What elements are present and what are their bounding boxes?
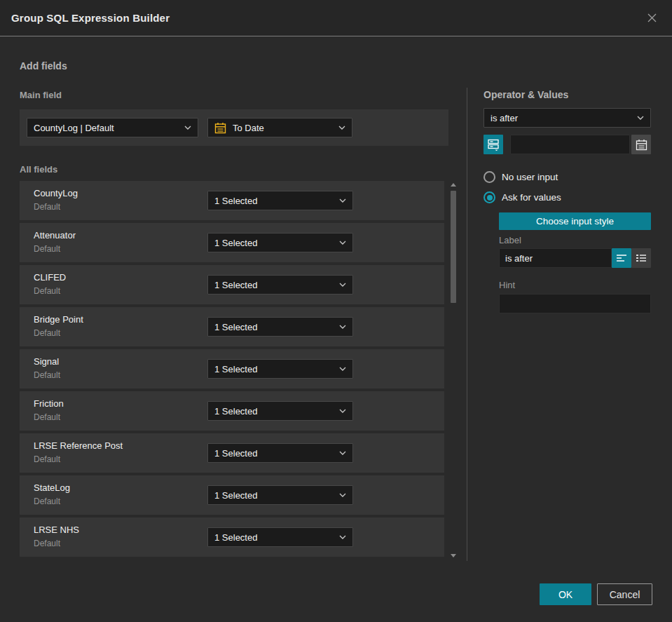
field-subtitle: Default xyxy=(34,243,76,255)
field-subtitle: Default xyxy=(34,538,79,550)
ok-button[interactable]: OK xyxy=(540,583,591,605)
chevron-down-icon xyxy=(339,325,346,329)
chevron-down-icon xyxy=(339,451,346,455)
dialog-footer: OK Cancel xyxy=(540,583,652,605)
chevron-down-icon xyxy=(339,241,346,245)
chevron-down-icon xyxy=(339,535,346,539)
cancel-button[interactable]: Cancel xyxy=(597,583,652,605)
field-subtitle: Default xyxy=(34,412,64,424)
value-row xyxy=(484,135,651,154)
all-fields-list: CountyLogDefault 1 Selected AttenuatorDe… xyxy=(20,181,457,560)
field-values-select[interactable]: 1 Selected xyxy=(207,359,353,379)
chevron-down-icon xyxy=(338,126,345,130)
field-subtitle: Default xyxy=(34,496,70,508)
select-value: 1 Selected xyxy=(214,364,257,374)
value-source-button[interactable] xyxy=(484,135,503,154)
field-subtitle: Default xyxy=(34,370,60,381)
single-line-style-button[interactable] xyxy=(612,248,631,268)
field-row: AttenuatorDefault 1 Selected xyxy=(20,223,444,262)
main-field-box: CountyLog | Default To Date xyxy=(20,109,448,146)
chevron-down-icon xyxy=(339,493,346,497)
align-left-icon xyxy=(616,253,627,263)
chevron-down-icon xyxy=(339,367,346,371)
select-value: To Date xyxy=(233,123,264,133)
field-name: LRSE Reference Post xyxy=(34,440,123,452)
field-row: Bridge PointDefault 1 Selected xyxy=(20,307,444,346)
list-scrollbar[interactable] xyxy=(450,181,457,560)
select-value: 1 Selected xyxy=(214,490,257,501)
chevron-down-icon xyxy=(637,116,644,120)
operator-values-heading: Operator & Values xyxy=(484,89,568,100)
field-values-select[interactable]: 1 Selected xyxy=(207,485,353,505)
chevron-down-icon xyxy=(184,126,191,130)
close-icon[interactable] xyxy=(643,9,661,27)
select-value: 1 Selected xyxy=(214,532,257,543)
scroll-up-icon[interactable] xyxy=(451,183,456,187)
calendar-icon xyxy=(636,139,647,151)
select-value: 1 Selected xyxy=(214,322,257,332)
field-name: LRSE NHS xyxy=(34,524,79,536)
chevron-down-icon xyxy=(339,409,346,413)
label-row xyxy=(499,248,652,268)
scroll-down-icon[interactable] xyxy=(451,554,456,557)
field-values-select[interactable]: 1 Selected xyxy=(207,233,353,252)
field-row: CLIFEDDefault 1 Selected xyxy=(20,265,444,304)
list-style-button[interactable] xyxy=(631,248,651,268)
field-name: Friction xyxy=(34,398,64,410)
all-fields-heading: All fields xyxy=(20,164,57,175)
field-values-select[interactable]: 1 Selected xyxy=(207,191,353,210)
select-value: 1 Selected xyxy=(214,238,257,248)
radio-label: Ask for values xyxy=(502,192,561,203)
field-row: FrictionDefault 1 Selected xyxy=(20,391,444,431)
field-values-select[interactable]: 1 Selected xyxy=(207,317,353,337)
radio-no-user-input[interactable]: No user input xyxy=(484,171,558,183)
field-values-select[interactable]: 1 Selected xyxy=(207,443,353,463)
value-input[interactable] xyxy=(510,135,630,154)
panel-divider xyxy=(467,88,467,561)
field-values-select[interactable]: 1 Selected xyxy=(207,527,353,547)
radio-ask-for-values[interactable]: Ask for values xyxy=(484,191,561,203)
chevron-down-icon xyxy=(339,198,346,203)
field-values-select[interactable]: 1 Selected xyxy=(207,275,353,295)
dialog-title: Group SQL Expression Builder xyxy=(11,12,170,24)
field-subtitle: Default xyxy=(34,201,78,213)
field-values-select[interactable]: 1 Selected xyxy=(207,401,353,421)
field-name: CountyLog xyxy=(34,187,78,200)
field-name: Signal xyxy=(34,356,60,368)
select-value: CountyLog | Default xyxy=(34,123,114,133)
select-value: 1 Selected xyxy=(214,196,257,206)
select-value: is after xyxy=(491,113,518,123)
calendar-icon xyxy=(214,122,226,134)
chevron-down-icon xyxy=(339,283,346,287)
list-icon xyxy=(636,253,647,263)
choose-input-style-button[interactable]: Choose input style xyxy=(499,212,651,230)
radio-circle-selected xyxy=(484,191,495,203)
field-name: CLIFED xyxy=(34,271,66,284)
field-row: LRSE Reference PostDefault 1 Selected xyxy=(20,433,444,473)
field-subtitle: Default xyxy=(34,454,123,466)
field-row: LRSE NHSDefault 1 Selected xyxy=(20,518,444,557)
select-value: 1 Selected xyxy=(214,280,257,290)
select-value: 1 Selected xyxy=(214,406,257,417)
scrollbar-thumb[interactable] xyxy=(451,191,456,303)
main-field-type-select[interactable]: To Date xyxy=(207,118,352,137)
add-fields-heading: Add fields xyxy=(20,60,67,72)
main-field-select[interactable]: CountyLog | Default xyxy=(27,118,198,137)
stacked-values-icon xyxy=(487,138,500,151)
radio-label: No user input xyxy=(502,172,558,182)
field-subtitle: Default xyxy=(34,285,66,297)
field-row: StateLogDefault 1 Selected xyxy=(20,475,444,515)
field-name: Bridge Point xyxy=(34,313,83,326)
select-value: 1 Selected xyxy=(214,448,257,459)
value-calendar-button[interactable] xyxy=(631,135,651,154)
dialog-titlebar: Group SQL Expression Builder xyxy=(0,0,672,36)
operator-select[interactable]: is after xyxy=(484,108,651,128)
field-row: CountyLogDefault 1 Selected xyxy=(20,181,444,220)
radio-circle xyxy=(484,171,495,183)
field-name: Attenuator xyxy=(34,229,76,242)
field-rows: CountyLogDefault 1 Selected AttenuatorDe… xyxy=(20,181,444,557)
main-field-heading: Main field xyxy=(20,90,62,100)
label-caption: Label xyxy=(499,235,521,245)
label-input[interactable] xyxy=(499,248,612,268)
hint-input[interactable] xyxy=(499,294,651,313)
